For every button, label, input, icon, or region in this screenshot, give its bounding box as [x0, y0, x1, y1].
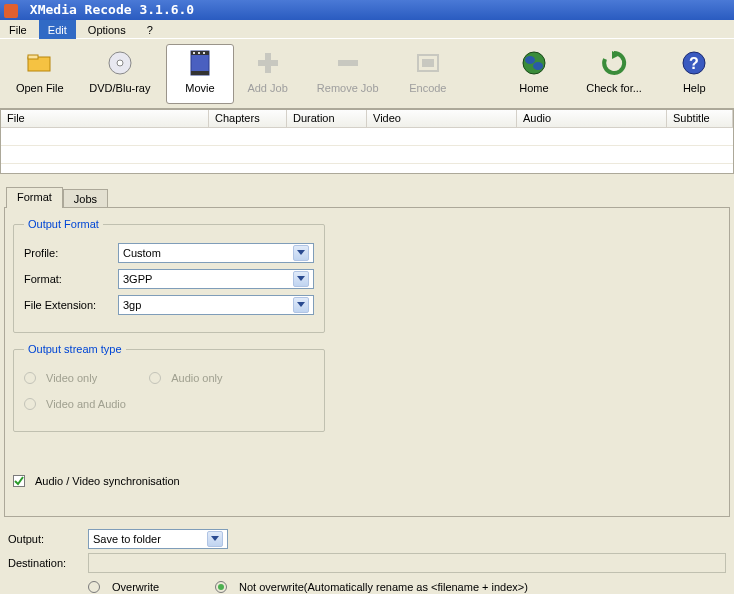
chevron-down-icon: [293, 271, 309, 287]
svg-rect-1: [28, 55, 38, 59]
col-duration[interactable]: Duration: [287, 110, 367, 127]
tab-strip: Format Jobs: [6, 186, 734, 207]
chevron-down-icon: [293, 245, 309, 261]
plus-icon: [254, 49, 282, 77]
svg-rect-6: [191, 71, 209, 75]
minus-icon: [334, 49, 362, 77]
svg-rect-14: [422, 59, 434, 67]
menu-options[interactable]: Options: [79, 20, 135, 39]
menu-file[interactable]: File: [0, 20, 36, 39]
svg-point-15: [523, 52, 545, 74]
output-stream-group: Output stream type Video only Audio only…: [13, 343, 325, 432]
extension-label: File Extension:: [24, 299, 112, 311]
svg-rect-12: [338, 60, 358, 66]
format-combo[interactable]: 3GPP: [118, 269, 314, 289]
title-bar: XMedia Recode 3.1.6.0: [0, 0, 734, 20]
svg-rect-9: [203, 52, 205, 54]
video-only-radio: [24, 372, 36, 384]
extension-combo[interactable]: 3gp: [118, 295, 314, 315]
file-list[interactable]: File Chapters Duration Video Audio Subti…: [0, 109, 734, 174]
check-update-button[interactable]: Check for...: [568, 44, 661, 104]
output-format-group: Output Format Profile: Custom Format: 3G…: [13, 218, 325, 333]
chevron-down-icon: [293, 297, 309, 313]
output-label: Output:: [8, 533, 88, 545]
col-audio[interactable]: Audio: [517, 110, 667, 127]
not-overwrite-radio[interactable]: [215, 581, 227, 593]
menu-bar: File Edit Options ?: [0, 20, 734, 39]
tab-format[interactable]: Format: [6, 187, 63, 208]
app-title: XMedia Recode 3.1.6.0: [30, 2, 194, 17]
svg-rect-11: [258, 60, 278, 66]
list-row: [1, 146, 733, 164]
dvd-bluray-button[interactable]: DVD/Blu-ray: [74, 44, 167, 104]
disc-icon: [106, 49, 134, 77]
app-icon: [4, 4, 18, 18]
video-only-label: Video only: [46, 372, 97, 384]
chevron-down-icon: [207, 531, 223, 547]
refresh-icon: [600, 49, 628, 77]
video-audio-radio: [24, 398, 36, 410]
toolbar: Open File DVD/Blu-ray Movie Add Job Remo…: [0, 39, 734, 109]
svg-text:?: ?: [689, 55, 699, 72]
output-stream-legend: Output stream type: [24, 343, 126, 355]
svg-point-17: [533, 62, 543, 70]
menu-edit[interactable]: Edit: [39, 20, 76, 39]
open-file-button[interactable]: Open File: [6, 44, 74, 104]
svg-point-3: [117, 60, 123, 66]
overwrite-label: Overwrite: [112, 581, 159, 593]
svg-rect-7: [193, 52, 195, 54]
output-format-legend: Output Format: [24, 218, 103, 230]
overwrite-radio[interactable]: [88, 581, 100, 593]
col-file[interactable]: File: [1, 110, 209, 127]
audio-only-radio: [149, 372, 161, 384]
svg-marker-23: [297, 302, 305, 307]
globe-icon: [520, 49, 548, 77]
svg-rect-8: [198, 52, 200, 54]
svg-marker-22: [297, 276, 305, 281]
svg-point-16: [525, 56, 535, 64]
home-button[interactable]: Home: [500, 44, 568, 104]
tab-body: Output Format Profile: Custom Format: 3G…: [4, 207, 730, 517]
destination-input[interactable]: [88, 553, 726, 573]
format-label: Format:: [24, 273, 112, 285]
col-chapters[interactable]: Chapters: [209, 110, 287, 127]
bottom-panel: Output: Save to folder Destination: Over…: [0, 517, 734, 594]
menu-help[interactable]: ?: [138, 20, 162, 39]
encode-button: Encode: [394, 44, 462, 104]
help-icon: ?: [680, 49, 708, 77]
col-video[interactable]: Video: [367, 110, 517, 127]
profile-combo[interactable]: Custom: [118, 243, 314, 263]
help-button[interactable]: ? Help: [660, 44, 728, 104]
movie-button[interactable]: Movie: [166, 44, 234, 104]
tab-jobs[interactable]: Jobs: [63, 189, 108, 208]
list-row: [1, 128, 733, 146]
col-subtitle[interactable]: Subtitle: [667, 110, 733, 127]
open-file-icon: [26, 49, 54, 77]
not-overwrite-label: Not overwrite(Automatically rename as <f…: [239, 581, 528, 593]
audio-only-label: Audio only: [171, 372, 222, 384]
remove-job-button: Remove Job: [301, 44, 394, 104]
profile-label: Profile:: [24, 247, 112, 259]
svg-marker-21: [297, 250, 305, 255]
file-list-header: File Chapters Duration Video Audio Subti…: [1, 110, 733, 128]
video-audio-label: Video and Audio: [46, 398, 126, 410]
encode-icon: [414, 49, 442, 77]
output-combo[interactable]: Save to folder: [88, 529, 228, 549]
av-sync-label: Audio / Video synchronisation: [35, 475, 180, 487]
svg-marker-24: [211, 536, 219, 541]
destination-label: Destination:: [8, 557, 88, 569]
add-job-button: Add Job: [234, 44, 302, 104]
av-sync-checkbox[interactable]: [13, 475, 25, 487]
movie-icon: [186, 49, 214, 77]
